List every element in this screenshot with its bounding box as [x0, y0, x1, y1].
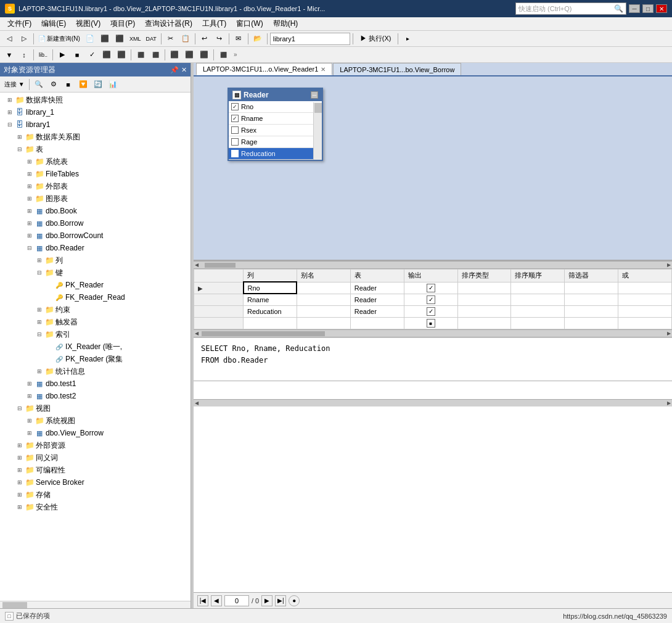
tree-node-storage[interactable]: ⊞ 📁 存储	[0, 489, 191, 501]
cell-sorttype-4[interactable]	[457, 317, 511, 329]
toolbar2-stop[interactable]: ■	[70, 48, 84, 62]
tree-node-security[interactable]: ⊞ 📁 安全性	[0, 501, 191, 513]
menu-query-designer[interactable]: 查询设计器(R)	[140, 17, 197, 30]
tree-node-indexes[interactable]: ⊟ 📁 索引	[0, 328, 191, 340]
cell-filter-1[interactable]	[565, 282, 618, 294]
cell-col-4[interactable]	[244, 317, 297, 329]
expand-keys[interactable]: ⊟	[35, 268, 44, 278]
cell-filter-4[interactable]	[565, 317, 618, 329]
expand-views[interactable]: ⊟	[15, 403, 25, 413]
cell-sortorder-4[interactable]	[511, 317, 565, 329]
tree-node-systables[interactable]: ⊞ 📁 系统表	[0, 155, 191, 168]
cell-col-1[interactable]: Rno	[244, 282, 297, 294]
checkbox-rage[interactable]	[231, 138, 239, 146]
minimize-button[interactable]: ─	[629, 4, 640, 13]
expand-library1[interactable]: ⊟	[5, 120, 15, 130]
field-rno[interactable]: ✓ Rno	[229, 101, 322, 113]
menu-view[interactable]: 视图(V)	[71, 17, 105, 30]
tree-node-extresources[interactable]: ⊞ 📁 外部资源	[0, 439, 191, 452]
oe-btn-refresh[interactable]: 🔄	[91, 78, 105, 91]
hscroll-right[interactable]: ▶	[667, 262, 671, 268]
expand-library1b[interactable]: ⊞	[5, 107, 15, 117]
menu-tools[interactable]: 工具(T)	[197, 17, 231, 30]
connect-button[interactable]: 连接 ▼	[2, 78, 27, 91]
toolbar-forward[interactable]: ▷	[17, 32, 31, 46]
cell-alias-3[interactable]	[297, 305, 350, 317]
expand-dboviewborrow[interactable]: ⊞	[25, 428, 35, 438]
expand-sysviews[interactable]: ⊞	[25, 416, 35, 426]
expand-databases[interactable]: ⊞	[5, 95, 15, 105]
menu-file[interactable]: 文件(F)	[2, 17, 36, 30]
toolbar2-play[interactable]: ▶	[55, 48, 69, 62]
cell-col-3[interactable]: Reducation	[244, 305, 297, 317]
toolbar2-debug[interactable]: ⬛	[100, 48, 113, 62]
sql-area[interactable]: SELECT Rno, Rname, Reducation FROM dbo.R…	[194, 337, 672, 381]
toolbar-back[interactable]: ◁	[2, 32, 16, 46]
cell-or-1[interactable]	[618, 282, 672, 294]
expand-dboborrowcount[interactable]: ⊞	[25, 231, 35, 241]
oe-btn-filter[interactable]: 🔍	[32, 78, 46, 91]
expand-synonyms[interactable]: ⊞	[15, 453, 25, 463]
tree-node-programmability[interactable]: ⊞ 📁 可编程性	[0, 464, 191, 476]
expand-dbobook[interactable]: ⊞	[25, 206, 35, 216]
cell-sorttype-3[interactable]	[457, 305, 511, 317]
cell-filter-3[interactable]	[565, 305, 618, 317]
cell-output-4[interactable]	[404, 317, 457, 329]
cell-sorttype-1[interactable]	[457, 282, 511, 294]
expand-indexes[interactable]: ⊟	[35, 329, 44, 339]
cell-output-1[interactable]	[404, 282, 457, 294]
cell-table-4[interactable]	[350, 317, 404, 329]
tree-node-graphtables[interactable]: ⊞ 📁 图形表	[0, 192, 191, 205]
field-scrollbar[interactable]	[313, 102, 322, 160]
expand-statistics[interactable]: ⊞	[35, 366, 44, 376]
toolbar-btn-4[interactable]: ⬛	[113, 32, 126, 46]
field-rsex[interactable]: Rsex	[229, 125, 322, 136]
expand-columns[interactable]: ⊞	[35, 255, 44, 265]
tree-node-dboborrowcount[interactable]: ⊞ ▦ dbo.BorrowCount	[0, 229, 191, 242]
tree-node-pk-reader[interactable]: ⊞ 🔑 PK_Reader	[0, 279, 191, 291]
nav-next[interactable]: ▶	[261, 595, 272, 606]
close-explorer-icon[interactable]: ✕	[181, 66, 187, 74]
toolbar-undo[interactable]: ↩	[198, 32, 211, 46]
menu-help[interactable]: 帮助(H)	[268, 17, 303, 30]
nav-page-input[interactable]	[224, 595, 249, 606]
cell-sortorder-1[interactable]	[511, 282, 565, 294]
menu-project[interactable]: 项目(P)	[105, 17, 140, 30]
cell-output-3[interactable]	[404, 305, 457, 317]
tab-view-reader1[interactable]: LAPTOP-3MC1FU1...o.View_Reader1 ✕	[196, 63, 332, 75]
toolbar-cut[interactable]: ✂	[164, 32, 178, 46]
toolbar2-indent[interactable]: ⬛	[168, 48, 181, 62]
tree-node-dboreader[interactable]: ⊟ ▦ dbo.Reader	[0, 242, 191, 254]
expand-dbotest1[interactable]: ⊞	[25, 379, 35, 389]
tree-node-dbrel[interactable]: ⊞ 📁 数据库关系图	[0, 131, 191, 143]
tree-node-filetables[interactable]: ⊞ 📁 FileTables	[0, 168, 191, 180]
toolbar-btn-dat[interactable]: DAT	[144, 32, 158, 46]
database-selector[interactable]	[270, 33, 350, 45]
tree-node-views[interactable]: ⊟ 📁 视图	[0, 402, 191, 415]
close-button[interactable]: ✕	[656, 4, 667, 13]
tree-node-triggers[interactable]: ⊞ 📁 触发器	[0, 316, 191, 328]
tab-view-borrow[interactable]: LAPTOP-3MC1FU1...bo.View_Borrow	[333, 63, 461, 75]
maximize-button[interactable]: □	[642, 4, 654, 13]
expand-constraints[interactable]: ⊞	[35, 305, 44, 315]
expand-programmability[interactable]: ⊞	[15, 465, 25, 475]
tree-node-library1b[interactable]: ⊞ 🗄 library_1	[0, 106, 191, 118]
toolbar-btn-3[interactable]: ⬛	[98, 32, 112, 46]
pin-icon[interactable]: 📌	[170, 66, 179, 74]
toolbar2-btn1[interactable]: ▼	[2, 48, 16, 62]
toolbar2-comment[interactable]: ⬛	[197, 48, 211, 62]
cell-table-3[interactable]: Reader	[350, 305, 404, 317]
tree-node-dbotest1[interactable]: ⊞ ▦ dbo.test1	[0, 378, 191, 390]
oe-btn-stats[interactable]: 📊	[106, 78, 120, 91]
tree-node-exttables[interactable]: ⊞ 📁 外部表	[0, 180, 191, 192]
output-check-4[interactable]	[427, 319, 435, 328]
tree-node-sysviews[interactable]: ⊞ 📁 系统视图	[0, 415, 191, 427]
cell-sortorder-3[interactable]	[511, 305, 565, 317]
cell-alias-4[interactable]	[297, 317, 350, 329]
tab-close-reader1[interactable]: ✕	[321, 66, 326, 73]
checkbox-rname[interactable]: ✓	[231, 115, 239, 122]
cell-or-4[interactable]	[618, 317, 672, 329]
toolbar2-grid[interactable]: ⬛	[149, 48, 162, 62]
toolbar-mail[interactable]: ✉	[232, 32, 245, 46]
menu-window[interactable]: 窗口(W)	[231, 17, 268, 30]
